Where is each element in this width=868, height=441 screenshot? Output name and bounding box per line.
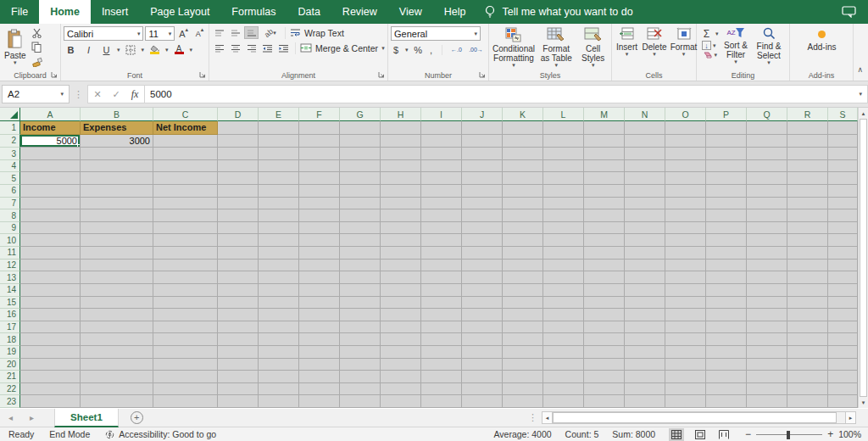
row-header-4[interactable]: 4 [0,160,20,173]
row-header-10[interactable]: 10 [0,234,20,247]
cell-A10[interactable] [20,234,81,247]
cell-H6[interactable] [381,185,421,198]
cell-E9[interactable] [259,222,299,235]
cell-N12[interactable] [625,260,665,272]
cell-N22[interactable] [625,383,665,396]
cell-L15[interactable] [543,297,584,310]
cell-J10[interactable] [462,234,503,247]
cell-R20[interactable] [787,359,828,371]
cell-E6[interactable] [259,185,299,198]
row-header-23[interactable]: 23 [0,395,20,408]
cell-M1[interactable] [584,121,625,135]
cell-G9[interactable] [340,222,381,235]
fill-color-button[interactable] [147,43,162,56]
clipboard-dialog-launcher[interactable] [51,71,58,79]
italic-button[interactable]: I [81,43,96,56]
top-align-button[interactable] [212,26,226,39]
cell-S13[interactable] [828,271,858,284]
cell-F13[interactable] [299,271,340,284]
cell-N8[interactable] [625,209,665,222]
cell-N16[interactable] [625,309,665,321]
cell-A20[interactable] [20,359,81,371]
cell-D8[interactable] [218,209,259,222]
cell-A23[interactable] [20,395,81,408]
cell-H16[interactable] [381,309,421,321]
cell-D16[interactable] [218,309,259,321]
cell-D1[interactable] [218,121,259,135]
tab-page-layout[interactable]: Page Layout [139,0,220,24]
cell-O10[interactable] [665,234,706,247]
cell-C6[interactable] [153,185,218,198]
cell-Q20[interactable] [747,359,787,371]
cell-A11[interactable] [20,247,81,260]
addins-button[interactable]: Add-ins [806,26,838,53]
hscroll-right-icon[interactable]: ▸ [845,411,856,424]
cell-G22[interactable] [340,383,381,396]
cell-G14[interactable] [340,284,381,297]
cell-M3[interactable] [584,148,625,160]
cell-M9[interactable] [584,222,625,235]
find-select-button[interactable]: Find & Select ▾ [754,26,785,66]
column-header-E[interactable]: E [259,108,299,121]
cell-P11[interactable] [706,247,747,260]
wrap-text-button[interactable]: Wrap Text [290,28,344,38]
cell-E15[interactable] [259,297,299,310]
cell-L18[interactable] [543,333,584,346]
tab-split-handle[interactable]: ⋮ [524,412,542,423]
row-header-14[interactable]: 14 [0,284,20,297]
column-header-P[interactable]: P [706,108,747,121]
page-break-view-button[interactable] [716,428,732,441]
cell-Q16[interactable] [747,309,787,321]
cell-H14[interactable] [381,284,421,297]
prev-sheet-button[interactable]: ◂ [0,413,21,422]
cell-O8[interactable] [665,209,706,222]
cell-L12[interactable] [543,260,584,272]
cell-P14[interactable] [706,284,747,297]
cell-G3[interactable] [340,148,381,160]
cell-M15[interactable] [584,297,625,310]
format-cells-button[interactable]: Format ▾ [670,26,698,58]
cell-P22[interactable] [706,383,747,396]
enter-button[interactable]: ✓ [107,89,125,100]
cell-K8[interactable] [503,209,543,222]
cell-I8[interactable] [421,209,462,222]
cell-N7[interactable] [625,198,665,210]
cell-Q15[interactable] [747,297,787,310]
cell-O5[interactable] [665,172,706,185]
cell-R3[interactable] [787,148,828,160]
row-header-5[interactable]: 5 [0,172,20,185]
cell-E4[interactable] [259,160,299,173]
cell-O7[interactable] [665,198,706,210]
cell-L13[interactable] [543,271,584,284]
cell-M7[interactable] [584,198,625,210]
cell-A18[interactable] [20,333,81,346]
cell-D18[interactable] [218,333,259,346]
cell-E19[interactable] [259,346,299,359]
cell-I6[interactable] [421,185,462,198]
cell-P23[interactable] [706,395,747,408]
tab-review[interactable]: Review [331,0,388,24]
cell-I10[interactable] [421,234,462,247]
cell-I22[interactable] [421,383,462,396]
cell-E3[interactable] [259,148,299,160]
cell-M21[interactable] [584,371,625,383]
cell-Q12[interactable] [747,260,787,272]
cell-O1[interactable] [665,121,706,135]
cell-B1[interactable]: Expenses [81,121,153,135]
zoom-slider-thumb[interactable] [787,431,790,439]
font-color-button[interactable]: A [172,43,186,56]
cell-P6[interactable] [706,185,747,198]
cell-E11[interactable] [259,247,299,260]
cell-Q5[interactable] [747,172,787,185]
column-header-A[interactable]: A [20,108,81,121]
cell-D17[interactable] [218,321,259,334]
cell-J3[interactable] [462,148,503,160]
cell-E23[interactable] [259,395,299,408]
cell-F2[interactable] [299,135,340,148]
column-header-N[interactable]: N [625,108,665,121]
cell-M14[interactable] [584,284,625,297]
cell-F16[interactable] [299,309,340,321]
cell-E18[interactable] [259,333,299,346]
cell-R4[interactable] [787,160,828,173]
cell-O18[interactable] [665,333,706,346]
